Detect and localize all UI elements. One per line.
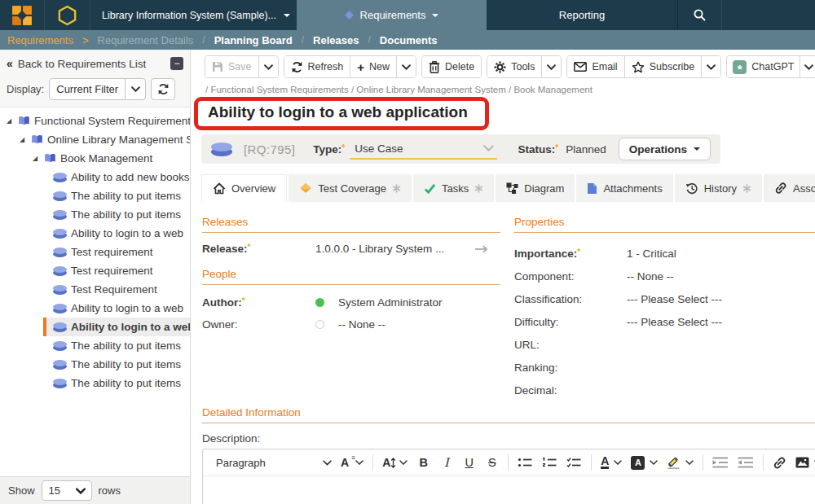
save-menu-button[interactable] xyxy=(258,56,278,77)
tree-node-online-library-management-system[interactable]: ◢Online Library Management System xyxy=(0,130,190,149)
subscribe-menu-button[interactable] xyxy=(701,56,720,77)
underline-button[interactable]: U xyxy=(462,456,476,469)
todo-list-button[interactable] xyxy=(566,457,582,468)
insert-link-button[interactable] xyxy=(773,456,786,470)
highlight-button[interactable] xyxy=(667,456,694,469)
image-icon xyxy=(795,457,809,468)
tab-tasks[interactable]: Tasks xyxy=(413,174,494,202)
tree-item[interactable]: Ability to login to a web xyxy=(46,299,190,318)
tree-item[interactable]: The ability to put items xyxy=(46,186,190,205)
editor-content[interactable] xyxy=(203,476,815,504)
tab-diagram[interactable]: Diagram xyxy=(496,174,575,202)
tree-node-functional-system-requirements[interactable]: ◢Functional System Requirements xyxy=(0,112,190,130)
tree-item[interactable]: Test requirement xyxy=(46,243,190,261)
offline-status-icon xyxy=(315,320,324,329)
tab-associations[interactable]: Assoc xyxy=(764,174,815,202)
tree-item[interactable]: The ability to put items xyxy=(46,336,190,355)
expand-icon[interactable]: ◢ xyxy=(33,155,40,162)
refresh-button[interactable]: Refresh xyxy=(284,56,350,77)
breadcrumb-documents[interactable]: Documents xyxy=(380,34,438,46)
strikethrough-button[interactable]: S xyxy=(485,456,499,469)
tree-item[interactable]: Ability to login to a web xyxy=(46,224,190,243)
requirement-icon xyxy=(211,142,232,156)
breadcrumb-requirements[interactable]: Requirements xyxy=(7,34,73,46)
tree-item[interactable]: The ability to put items xyxy=(46,205,190,224)
tree-item[interactable]: Ability to add new books xyxy=(46,168,190,186)
arrow-right-icon[interactable] xyxy=(474,244,489,254)
tree-item[interactable]: The ability to put items xyxy=(46,355,190,374)
tab-overview[interactable]: Overview xyxy=(201,174,287,202)
nav-tab-reporting[interactable]: Reporting xyxy=(487,0,677,30)
save-button[interactable]: Save xyxy=(205,56,258,77)
tab-history[interactable]: History xyxy=(675,174,762,202)
refresh-tree-button[interactable] xyxy=(151,78,175,100)
description-label: Description: xyxy=(202,432,815,445)
link-icon xyxy=(774,182,787,195)
search-button[interactable] xyxy=(677,0,722,30)
italic-button[interactable]: I xyxy=(439,456,453,469)
description-editor[interactable]: Paragraph A≡ A B I U S xyxy=(202,449,815,504)
chevron-down-icon xyxy=(432,14,438,17)
tree-item[interactable]: Test requirement xyxy=(46,261,190,280)
email-button[interactable]: Email xyxy=(567,56,623,77)
spira-logo[interactable] xyxy=(0,0,45,30)
paragraph-style-dropdown[interactable]: Paragraph xyxy=(216,457,332,469)
check-icon xyxy=(424,183,436,194)
tools-menu-button[interactable] xyxy=(541,56,561,77)
project-selector[interactable]: Library Information System (Sample)... xyxy=(90,0,297,30)
new-menu-button[interactable] xyxy=(396,56,416,77)
expand-icon[interactable]: ◢ xyxy=(7,117,14,125)
expand-icon[interactable]: ◢ xyxy=(20,136,27,143)
collapse-sidebar-button[interactable]: − xyxy=(170,57,183,70)
type-dropdown[interactable]: Use Case xyxy=(350,138,496,160)
classification-value[interactable]: --- Please Select --- xyxy=(627,293,722,305)
insert-image-button[interactable] xyxy=(795,457,815,468)
requirement-summary-icon xyxy=(31,134,43,145)
nav-tab-requirements[interactable]: Requirements xyxy=(297,0,487,30)
tree-node-book-management[interactable]: ◢Book Management xyxy=(0,149,190,168)
importance-value[interactable]: 1 - Critical xyxy=(627,248,676,260)
bold-button[interactable]: B xyxy=(416,456,430,469)
product-logo[interactable] xyxy=(45,0,90,30)
release-label: Release:* xyxy=(202,243,315,255)
font-color-button[interactable]: A xyxy=(601,456,622,469)
chatgpt-menu-button[interactable] xyxy=(800,56,815,77)
breadcrumb-releases[interactable]: Releases xyxy=(313,34,359,46)
rows-count-select[interactable]: 15 xyxy=(42,480,92,501)
indent-button[interactable] xyxy=(712,457,729,468)
bulleted-list-button[interactable] xyxy=(518,457,533,468)
email-icon xyxy=(574,62,587,72)
chevron-down-icon xyxy=(284,14,290,17)
operations-button[interactable]: Operations xyxy=(619,138,711,160)
back-to-requirements-link[interactable]: Back to Requirements List xyxy=(18,58,147,70)
new-button[interactable]: + New xyxy=(350,56,396,77)
chevron-down-icon xyxy=(71,481,91,500)
author-value[interactable]: System Administrator xyxy=(315,296,500,309)
release-value[interactable]: 1.0.0.0 - Library System ... xyxy=(315,243,500,255)
classification-label: Classification: xyxy=(514,293,627,305)
outdent-button[interactable] xyxy=(738,457,754,468)
tree-item[interactable]: The ability to put items xyxy=(46,374,190,392)
filter-select[interactable]: Current Filter xyxy=(49,78,146,100)
subscribe-button[interactable]: Subscribe xyxy=(624,56,702,77)
test-coverage-icon xyxy=(299,182,312,195)
numbered-list-button[interactable] xyxy=(542,457,557,468)
font-family-button[interactable]: A≡ xyxy=(341,456,363,469)
tab-test-coverage[interactable]: Test Coverage xyxy=(289,174,412,202)
delete-button[interactable]: Delete xyxy=(422,56,481,77)
tools-button[interactable]: Tools xyxy=(487,56,541,77)
tab-attachments[interactable]: Attachments xyxy=(576,174,672,202)
difficulty-value[interactable]: --- Please Select --- xyxy=(627,316,722,328)
chatgpt-button[interactable]: * ChatGPT xyxy=(727,56,800,77)
font-size-button[interactable]: A xyxy=(382,456,408,469)
owner-value[interactable]: -- None -- xyxy=(315,318,500,331)
component-value[interactable]: -- None -- xyxy=(627,270,674,283)
background-color-button[interactable]: A xyxy=(631,456,658,470)
tree-item-selected[interactable]: Ability to login to a web xyxy=(43,318,190,336)
tree-item[interactable]: Test Requirement xyxy=(46,280,190,299)
breadcrumb-planning-board[interactable]: Planning Board xyxy=(214,34,293,46)
main-panel: Save Refresh + New Delete xyxy=(191,50,815,504)
toolbar-separator xyxy=(591,454,592,471)
chevron-down-icon xyxy=(125,79,145,99)
folder-breadcrumb[interactable]: / Functional System Requirements / Onlin… xyxy=(205,85,815,94)
